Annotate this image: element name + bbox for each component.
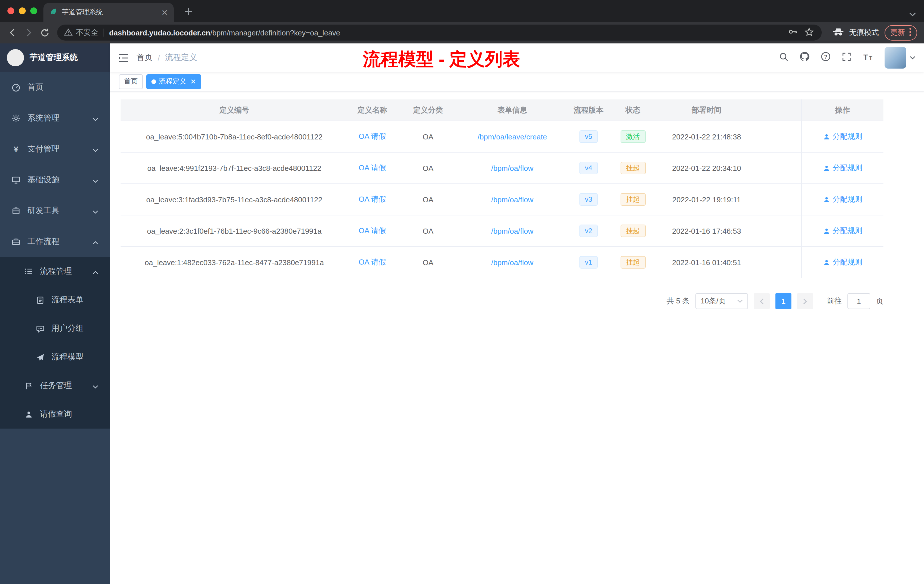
tab-close-icon[interactable]: ✕: [162, 8, 168, 16]
search-icon[interactable]: [779, 52, 789, 64]
tag-home[interactable]: 首页: [119, 74, 143, 89]
window-close-button[interactable]: [7, 7, 14, 14]
sidebar-item-process-model[interactable]: 流程模型: [0, 343, 110, 371]
sidebar-item-workflow[interactable]: 工作流程: [0, 226, 110, 257]
sidebar-item-label: 用户分组: [51, 323, 83, 334]
definition-table: 定义编号 定义名称 定义分类 表单信息 流程版本 状态 部署时间 操作 oa_l…: [120, 99, 883, 278]
assign-rule-link[interactable]: 分配规则: [823, 226, 862, 236]
app-shell: 芋道管理系统 首页 系统管理 ¥ 支付管理: [0, 43, 924, 584]
tag-close-icon[interactable]: ✕: [190, 78, 196, 85]
forward-icon[interactable]: [21, 25, 36, 41]
deploy-time: 2022-01-22 19:19:11: [654, 184, 759, 215]
definition-id: oa_leave:2:3c1f0ef1-76b1-11ec-9c66-a2380…: [120, 215, 348, 246]
toolbox-icon: [12, 206, 21, 215]
tag-label: 流程定义: [159, 77, 186, 86]
status-badge: 挂起: [620, 224, 645, 238]
sidebar-item-infra[interactable]: 基础设施: [0, 165, 110, 195]
sidebar-logo[interactable]: 芋道管理系统: [0, 43, 110, 72]
font-size-icon[interactable]: TT: [862, 52, 874, 64]
address-bar[interactable]: 不安全 dashboard.yudao.iocoder.cn/bpm/manag…: [57, 25, 822, 41]
tag-active-dot: [152, 79, 156, 84]
bookmark-star-icon[interactable]: [805, 27, 814, 38]
assign-rule-link[interactable]: 分配规则: [823, 132, 862, 142]
version-tag: v3: [579, 193, 598, 206]
column-header: 操作: [801, 99, 883, 120]
form-link[interactable]: /bpm/oa/leave/create: [459, 121, 565, 152]
browser-update-button[interactable]: 更新: [884, 25, 917, 40]
action-cell: 分配规则: [801, 215, 883, 246]
sidebar-item-process-form[interactable]: 流程表单: [0, 286, 110, 314]
sidebar-item-label: 支付管理: [27, 144, 59, 154]
page-number-button[interactable]: 1: [776, 293, 792, 309]
window-zoom-button[interactable]: [30, 7, 37, 14]
form-link[interactable]: /bpm/oa/flow: [459, 247, 565, 278]
tab-title: 芋道管理系统: [62, 7, 103, 17]
column-header: 部署时间: [654, 99, 759, 120]
next-page-button[interactable]: [797, 293, 813, 309]
sidebar-item-task-management[interactable]: 任务管理: [0, 371, 110, 400]
definition-name-link[interactable]: OA 请假: [348, 184, 396, 215]
definition-name-link[interactable]: OA 请假: [348, 121, 396, 152]
goto-page-input[interactable]: [847, 293, 870, 309]
security-warning-icon[interactable]: [64, 28, 73, 38]
chevron-down-icon: [92, 114, 98, 123]
version-tag: v1: [579, 256, 598, 269]
window-minimize-button[interactable]: [19, 7, 26, 14]
sidebar-toggle-hamburger-icon[interactable]: [118, 53, 129, 62]
sidebar-item-leave-query[interactable]: 请假查询: [0, 400, 110, 429]
breadcrumb-current: 流程定义: [165, 53, 197, 63]
reload-icon[interactable]: [36, 25, 53, 41]
assign-rule-link[interactable]: 分配规则: [823, 194, 862, 205]
caret-down-icon: [910, 56, 916, 59]
avatar[interactable]: [884, 47, 906, 69]
status-cell: 挂起: [612, 215, 654, 246]
help-icon[interactable]: ?: [820, 51, 831, 64]
tab-search-chevron-icon[interactable]: [909, 8, 916, 19]
window-controls: [7, 7, 37, 14]
yen-icon: ¥: [12, 145, 21, 154]
new-tab-button[interactable]: [182, 5, 195, 18]
form-link[interactable]: /bpm/oa/flow: [459, 184, 565, 215]
sidebar-item-system[interactable]: 系统管理: [0, 103, 110, 134]
password-key-icon[interactable]: [788, 27, 798, 38]
version-cell: v3: [565, 184, 612, 215]
fullscreen-icon[interactable]: [842, 52, 851, 64]
assign-rule-link[interactable]: 分配规则: [823, 257, 862, 267]
breadcrumb-home[interactable]: 首页: [137, 53, 153, 63]
sidebar-item-label: 请假查询: [40, 409, 72, 419]
sidebar-item-payment[interactable]: ¥ 支付管理: [0, 134, 110, 165]
breadcrumb-separator: /: [158, 53, 160, 62]
sidebar-item-label: 研发工具: [27, 206, 59, 216]
action-cell: 分配规则: [801, 153, 883, 183]
back-icon[interactable]: [5, 25, 21, 41]
deploy-time: 2022-01-22 21:48:38: [654, 121, 759, 152]
user-avatar-menu[interactable]: [884, 47, 916, 69]
definition-name-link[interactable]: OA 请假: [348, 247, 396, 278]
sidebar-item-home[interactable]: 首页: [0, 72, 110, 103]
chevron-down-icon: [92, 175, 98, 185]
tag-process-definition[interactable]: 流程定义 ✕: [146, 74, 201, 89]
form-link[interactable]: /bpm/oa/flow: [459, 215, 565, 246]
chevron-up-icon: [92, 237, 98, 246]
definition-name-link[interactable]: OA 请假: [348, 153, 396, 183]
prev-page-button[interactable]: [754, 293, 770, 309]
page-size-select[interactable]: 10条/页: [695, 293, 748, 309]
sidebar-item-user-group[interactable]: 用户分组: [0, 314, 110, 343]
sidebar-item-label: 流程模型: [51, 352, 83, 362]
form-link[interactable]: /bpm/oa/flow: [459, 153, 565, 183]
select-caret-icon: [737, 299, 743, 303]
column-header: 状态: [612, 99, 654, 120]
status-badge: 挂起: [620, 162, 645, 175]
browser-menu-dots-icon[interactable]: [909, 27, 911, 38]
browser-tab[interactable]: 芋道管理系统 ✕: [43, 3, 174, 22]
person-icon: [24, 410, 33, 419]
github-icon[interactable]: [799, 51, 810, 64]
paper-plane-icon: [35, 353, 45, 362]
sidebar-item-devtools[interactable]: 研发工具: [0, 195, 110, 226]
table-row: oa_leave:3:1fad3d93-7b75-11ec-a3c8-acde4…: [120, 184, 883, 215]
flag-icon: [24, 381, 33, 390]
definition-name-link[interactable]: OA 请假: [348, 215, 396, 246]
action-cell: 分配规则: [801, 247, 883, 278]
sidebar-item-process-management[interactable]: 流程管理: [0, 257, 110, 286]
assign-rule-link[interactable]: 分配规则: [823, 163, 862, 173]
